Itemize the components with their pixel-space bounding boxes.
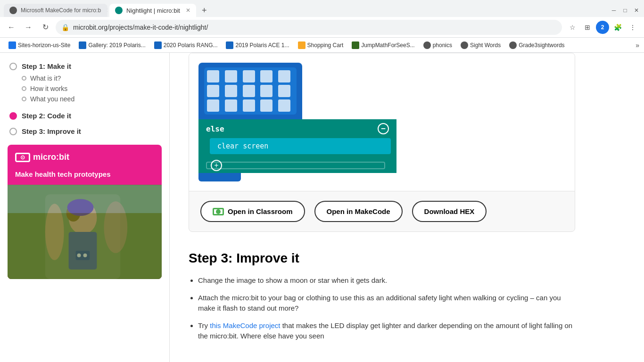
open-makecode-label: Open in MakeCode bbox=[327, 207, 390, 215]
sidebar-label-whatyouneed: What you need bbox=[30, 95, 74, 103]
grid-cell bbox=[243, 70, 255, 82]
star-button[interactable]: ☆ bbox=[566, 21, 579, 34]
new-tab-button[interactable]: + bbox=[198, 6, 211, 16]
code-visual: else − clear screen + bbox=[189, 53, 575, 191]
sidebar: Step 1: Make it What is it? How it works… bbox=[0, 53, 170, 362]
bookmark-icon-polaris2 bbox=[154, 41, 162, 49]
sidebar-step-2-label[interactable]: Step 2: Code it bbox=[9, 112, 160, 120]
step-1-indicator bbox=[9, 63, 17, 70]
address-input[interactable] bbox=[73, 24, 556, 31]
sidebar-step-3-label[interactable]: Step 3: Improve it bbox=[9, 127, 160, 135]
card-image-overlay bbox=[8, 185, 162, 279]
minimize-button[interactable]: ─ bbox=[610, 7, 618, 14]
code-block-outer: else − clear screen + bbox=[198, 63, 396, 181]
page: Step 1: Make it What is it? How it works… bbox=[0, 53, 644, 362]
menu-button[interactable]: ⋮ bbox=[626, 21, 639, 34]
bookmark-polaris3[interactable]: 2019 Polaris ACE 1... bbox=[222, 41, 293, 50]
open-classroom-label: Open in Classroom bbox=[228, 207, 293, 215]
title-bar: Microsoft MakeCode for micro:b ✕ Nightli… bbox=[0, 0, 644, 17]
tab-label-nightlight: Nightlight | micro:bit bbox=[126, 7, 180, 14]
improve-item-3: Try this MakeCode project that makes the… bbox=[198, 321, 575, 342]
toolbar-actions: ☆ ⊞ 2 🧩 ⋮ bbox=[566, 21, 639, 34]
makecode-project-link[interactable]: this MakeCode project bbox=[210, 321, 280, 329]
tab-close-makecode[interactable]: ✕ bbox=[107, 7, 107, 14]
tab-makecode[interactable]: Microsoft MakeCode for micro:b ✕ bbox=[4, 4, 107, 17]
bookmark-grade3[interactable]: Grade3sightwords bbox=[505, 41, 568, 50]
main-content: else − clear screen + bbox=[170, 53, 644, 362]
sidebar-card[interactable]: micro:bit Make health tech prototypes bbox=[8, 145, 162, 279]
grid-cell bbox=[207, 85, 219, 97]
tab-favicon-makecode bbox=[9, 7, 17, 14]
tab-nightlight[interactable]: Nightlight | micro:bit ✕ bbox=[109, 4, 196, 17]
sidebar-step-1-label[interactable]: Step 1: Make it bbox=[9, 62, 160, 70]
bookmark-phonics[interactable]: phonics bbox=[420, 41, 456, 50]
lock-icon: 🔒 bbox=[61, 24, 69, 31]
code-block-else: else − clear screen + bbox=[198, 119, 396, 173]
download-hex-button[interactable]: Download HEX bbox=[412, 201, 487, 222]
bookmark-jumpmath[interactable]: JumpMathForSeeS... bbox=[348, 41, 418, 50]
bookmark-cart[interactable]: Shopping Cart bbox=[294, 41, 347, 50]
back-button[interactable]: ← bbox=[5, 21, 18, 34]
grid-cell bbox=[278, 85, 290, 97]
sub-indicator-whatisit bbox=[22, 76, 26, 81]
clear-screen-label: clear screen bbox=[217, 142, 268, 150]
add-block-button[interactable]: + bbox=[211, 160, 222, 171]
sidebar-step-3: Step 3: Improve it bbox=[9, 127, 160, 135]
clear-screen-block: clear screen bbox=[210, 138, 391, 154]
tab-favicon-nightlight bbox=[115, 7, 123, 14]
bookmark-label-polaris3: 2019 Polaris ACE 1... bbox=[235, 42, 289, 49]
bookmarks-more-button[interactable]: » bbox=[636, 41, 639, 49]
bookmark-sites[interactable]: Sites-horizon-us-Site bbox=[5, 41, 74, 50]
bookmark-polaris1[interactable]: Gallery: 2019 Polaris... bbox=[75, 41, 149, 50]
grid-cell bbox=[278, 99, 290, 112]
open-classroom-button[interactable]: Open in Classroom bbox=[200, 201, 305, 222]
minus-button[interactable]: − bbox=[378, 123, 389, 134]
sidebar-step-2: Step 2: Code it bbox=[9, 112, 160, 120]
maximize-button[interactable]: □ bbox=[621, 7, 629, 14]
reload-button[interactable]: ↻ bbox=[39, 21, 52, 34]
forward-button[interactable]: → bbox=[22, 21, 35, 34]
bookmark-label-cart: Shopping Cart bbox=[307, 42, 344, 49]
bookmark-icon-sightwords bbox=[461, 41, 468, 49]
apps-button[interactable]: ⊞ bbox=[581, 21, 594, 34]
address-bar[interactable]: 🔒 bbox=[56, 20, 562, 35]
bookmark-polaris2[interactable]: 2020 Polaris RANG... bbox=[150, 41, 222, 50]
download-hex-label: Download HEX bbox=[424, 207, 475, 215]
step-3-text: Step 3: Improve it bbox=[22, 127, 81, 135]
microbit-logo-icon bbox=[15, 153, 30, 162]
add-block-area[interactable]: + bbox=[206, 162, 385, 169]
close-button[interactable]: ✕ bbox=[633, 7, 640, 14]
tab-close-nightlight[interactable]: ✕ bbox=[186, 7, 190, 14]
grid-cell bbox=[225, 85, 237, 97]
tab-label-makecode: Microsoft MakeCode for micro:b bbox=[21, 7, 101, 14]
grid-cell bbox=[260, 85, 272, 97]
led-grid bbox=[204, 67, 297, 115]
sidebar-item-howitworks[interactable]: How it works bbox=[22, 83, 160, 94]
improve-list: Change the image to show a moon or star … bbox=[189, 275, 575, 342]
code-block-blue-top bbox=[198, 63, 302, 119]
sub-indicator-howitworks bbox=[22, 86, 26, 91]
code-block-blue-bottom bbox=[198, 173, 241, 181]
sidebar-label-howitworks: How it works bbox=[30, 85, 67, 92]
extensions-button[interactable]: 🧩 bbox=[611, 21, 624, 34]
sidebar-item-whatyouneed[interactable]: What you need bbox=[22, 94, 160, 104]
bookmark-sightwords[interactable]: Sight Words bbox=[457, 41, 504, 50]
else-label: else bbox=[206, 124, 224, 133]
profile-button[interactable]: 2 bbox=[596, 21, 609, 34]
content-area: else − clear screen + bbox=[170, 53, 594, 362]
browser-chrome: Microsoft MakeCode for micro:b ✕ Nightli… bbox=[0, 0, 644, 53]
else-row: else − bbox=[198, 119, 396, 138]
sidebar-card-header: micro:bit bbox=[8, 145, 162, 170]
grid-cell bbox=[243, 99, 255, 112]
sidebar-item-whatisit[interactable]: What is it? bbox=[22, 73, 160, 83]
open-makecode-button[interactable]: Open in MakeCode bbox=[314, 201, 403, 222]
classroom-icon-inner bbox=[216, 209, 221, 214]
sub-indicator-whatyouneed bbox=[22, 97, 26, 101]
improve-text-1: Change the image to show a moon or star … bbox=[198, 276, 387, 284]
step-3-indicator bbox=[9, 128, 17, 135]
bookmark-label-polaris1: Gallery: 2019 Polaris... bbox=[88, 42, 145, 49]
bookmark-icon-jumpmath bbox=[352, 41, 359, 49]
bookmark-label-jumpmath: JumpMathForSeeS... bbox=[361, 42, 414, 49]
grid-cell bbox=[225, 70, 237, 82]
bookmark-icon-polaris3 bbox=[226, 41, 233, 49]
